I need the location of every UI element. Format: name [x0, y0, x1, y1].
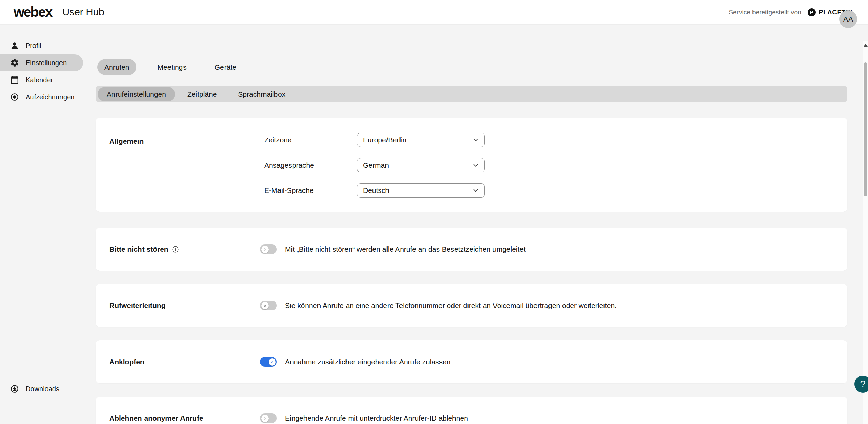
setting-description: Mit „Bitte nicht stören“ werden alle Anr…	[285, 245, 526, 253]
page-layout: Profil Einstellungen Kalender Aufzeichnu…	[0, 25, 868, 424]
setting-title-text: Ablehnen anonymer Anrufe	[109, 414, 203, 422]
call-forwarding-setting-card: Rufweiterleitung Sie können Anrufe an ei…	[96, 284, 847, 327]
call-forwarding-toggle[interactable]	[260, 301, 277, 310]
toggle-thumb	[261, 302, 269, 309]
download-icon	[10, 384, 19, 393]
tab-anrufen[interactable]: Anrufen	[97, 59, 136, 75]
setting-description: Annahme zusätzlicher eingehender Anrufe …	[285, 358, 450, 366]
section-title-allgemein: Allgemein	[109, 133, 264, 212]
select-value: Deutsch	[363, 186, 389, 195]
record-icon	[10, 93, 19, 101]
sidebar-item-label: Kalender	[26, 76, 53, 84]
sidebar-item-label: Profil	[26, 42, 41, 50]
app-title: User Hub	[62, 6, 104, 18]
sub-tabs-bar: Anrufeinstellungen Zeitpläne Sprachmailb…	[96, 86, 847, 102]
tab-meetings[interactable]: Meetings	[151, 59, 193, 75]
toggle-thumb	[261, 415, 269, 422]
setting-description: Sie können Anrufe an eine andere Telefon…	[285, 301, 617, 310]
setting-title: Anklopfen	[109, 358, 260, 366]
sidebar-item-label: Aufzeichnungen	[26, 93, 74, 101]
sidebar-item-einstellungen[interactable]: Einstellungen	[0, 54, 83, 71]
field-row-email-sprache: E-Mail-Sprache Deutsch	[264, 183, 485, 198]
anonymous-call-rejection-toggle[interactable]	[260, 413, 277, 423]
sidebar-item-label: Einstellungen	[26, 59, 67, 67]
chevron-down-icon	[472, 136, 479, 144]
calendar-icon	[10, 75, 19, 84]
sidebar-item-profil[interactable]: Profil	[0, 37, 83, 54]
setting-description: Eingehende Anrufe mit unterdrückter Anru…	[285, 414, 468, 422]
sidebar: Profil Einstellungen Kalender Aufzeichnu…	[0, 25, 96, 424]
top-tabs: Anrufen Meetings Geräte	[97, 59, 868, 75]
subtab-anrufeinstellungen[interactable]: Anrufeinstellungen	[98, 87, 175, 101]
top-header: webex User Hub Service bereitgestellt vo…	[0, 0, 868, 25]
anonymous-call-rejection-setting-card: Ablehnen anonymer Anrufe Eingehende Anru…	[96, 397, 847, 424]
setting-title: Rufweiterleitung	[109, 301, 260, 310]
scrollbar-track[interactable]	[863, 41, 868, 424]
field-label: Ansagesprache	[264, 161, 357, 169]
field-row-zeitzone: Zeitzone Europe/Berlin	[264, 133, 485, 147]
chevron-down-icon	[472, 161, 479, 169]
subtab-sprachmailbox[interactable]: Sprachmailbox	[229, 87, 294, 101]
announcement-language-select[interactable]: German	[357, 158, 485, 172]
setting-title-text: Anklopfen	[109, 358, 145, 366]
call-waiting-setting-card: Anklopfen Annahme zusätzlicher eingehend…	[96, 340, 847, 383]
email-language-select[interactable]: Deutsch	[357, 183, 485, 198]
header-right: Service bereitgestellt von P PLACETEL	[729, 8, 854, 16]
gear-icon	[10, 58, 19, 67]
info-icon[interactable]	[172, 246, 179, 253]
subtab-zeitplaene[interactable]: Zeitpläne	[178, 87, 226, 101]
toggle-thumb	[269, 358, 276, 366]
chevron-down-icon	[472, 187, 479, 194]
dnd-setting-card: Bitte nicht stören Mit „Bitte nicht stör…	[96, 228, 847, 271]
general-settings-card: Allgemein Zeitzone Europe/Berlin Ansages…	[96, 118, 847, 212]
setting-title: Bitte nicht stören	[109, 245, 260, 253]
call-waiting-toggle[interactable]	[260, 357, 277, 367]
sidebar-item-downloads[interactable]: Downloads	[0, 380, 83, 397]
scrollbar-thumb[interactable]	[864, 62, 867, 196]
sidebar-item-aufzeichnungen[interactable]: Aufzeichnungen	[0, 88, 83, 105]
dnd-toggle[interactable]	[260, 244, 277, 254]
field-label: E-Mail-Sprache	[264, 186, 357, 195]
toggle-thumb	[261, 246, 269, 253]
timezone-select[interactable]: Europe/Berlin	[357, 133, 485, 147]
select-value: Europe/Berlin	[363, 136, 406, 144]
setting-title-text: Rufweiterleitung	[109, 301, 166, 310]
tab-geraete[interactable]: Geräte	[208, 59, 243, 75]
sidebar-item-label: Downloads	[26, 385, 59, 393]
scroll-up-arrow-icon[interactable]	[864, 44, 868, 47]
placetel-logo-icon: P	[808, 8, 816, 16]
webex-logo[interactable]: webex	[14, 4, 52, 20]
profile-icon	[10, 41, 19, 50]
main-content: AA Anrufen Meetings Geräte Anrufeinstell…	[96, 25, 868, 424]
brand: webex User Hub	[14, 4, 104, 20]
setting-title-text: Bitte nicht stören	[109, 245, 168, 253]
field-row-ansagesprache: Ansagesprache German	[264, 158, 485, 172]
general-fields: Zeitzone Europe/Berlin Ansagesprache Ger…	[264, 133, 485, 212]
service-provided-text: Service bereitgestellt von	[729, 9, 801, 16]
sidebar-item-kalender[interactable]: Kalender	[0, 71, 83, 88]
select-value: German	[363, 161, 389, 169]
field-label: Zeitzone	[264, 136, 357, 144]
avatar[interactable]: AA	[839, 10, 857, 28]
setting-title: Ablehnen anonymer Anrufe	[109, 414, 260, 422]
